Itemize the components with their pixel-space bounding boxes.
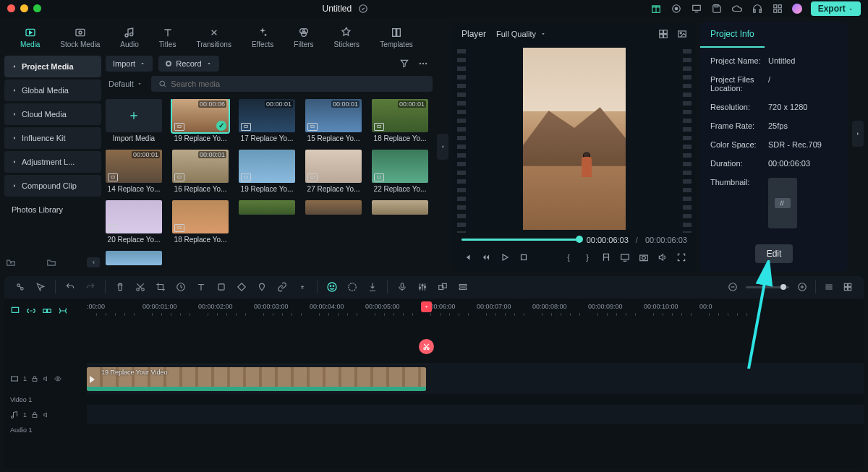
media-item[interactable] (106, 251, 162, 265)
brace-right-icon[interactable]: } (582, 252, 593, 263)
cloud-icon[interactable] (731, 3, 743, 14)
marker-icon[interactable] (600, 252, 612, 263)
nav-tab-media[interactable]: Media (20, 26, 40, 48)
fullscreen-icon[interactable] (676, 252, 687, 263)
timeline-opt-icon[interactable] (457, 281, 469, 293)
media-item[interactable]: 00:00:0117 Replace Yo... (239, 99, 295, 142)
cloud-sync-icon[interactable] (357, 3, 369, 14)
media-item[interactable]: 00:00:0116 Replace Yo... (172, 150, 229, 193)
redo-icon[interactable] (85, 281, 96, 293)
import-dropdown[interactable]: Import (106, 56, 153, 72)
mic-icon[interactable] (396, 281, 408, 293)
keyframe-icon[interactable] (236, 281, 247, 293)
media-item[interactable]: 27 Replace Yo... (305, 150, 362, 193)
media-item[interactable]: 18 Replace Yo... (172, 200, 229, 244)
sidebar-item-influence-kit[interactable]: Influence Kit (4, 127, 101, 149)
nav-tab-stock-media[interactable]: Stock Media (60, 26, 100, 48)
search-input[interactable] (171, 80, 425, 88)
media-item[interactable]: 19 Replace Yo... (239, 150, 295, 193)
sidebar-item-adjustment-layer[interactable]: Adjustment L... (4, 151, 101, 173)
snapshot-icon[interactable] (638, 252, 650, 263)
thumbnail-preview[interactable] (768, 178, 797, 228)
brace-left-icon[interactable]: { (563, 252, 574, 263)
right-expand-handle[interactable] (852, 121, 864, 147)
zoom-in-icon[interactable] (796, 281, 808, 293)
group-icon[interactable] (437, 281, 448, 293)
filter-icon[interactable] (399, 59, 409, 69)
marker2-icon[interactable] (367, 281, 378, 293)
apps-icon[interactable] (772, 3, 783, 14)
nav-tab-stickers[interactable]: Stickers (334, 26, 360, 48)
nav-tab-filters[interactable]: Filters (294, 26, 313, 48)
monitor-icon[interactable] (691, 3, 702, 14)
minimize-window-btn[interactable] (20, 4, 28, 12)
media-item[interactable]: 00:00:0115 Replace Yo... (305, 99, 362, 142)
mute-icon[interactable] (43, 375, 50, 382)
nav-tab-audio[interactable]: Audio (120, 26, 139, 48)
undo-icon[interactable] (64, 281, 76, 293)
left-collapse-handle[interactable] (437, 134, 448, 160)
step-back-icon[interactable] (480, 252, 492, 263)
image-icon[interactable] (677, 29, 687, 39)
link-icon[interactable] (276, 281, 288, 293)
mask-icon[interactable] (216, 281, 227, 293)
pointer-icon[interactable] (35, 281, 46, 293)
record-icon[interactable] (671, 3, 682, 14)
crop-icon[interactable] (155, 281, 166, 293)
prev-frame-icon[interactable] (461, 252, 473, 263)
grid-view-icon[interactable] (658, 29, 668, 39)
media-item[interactable] (372, 200, 428, 244)
maximize-window-btn[interactable] (33, 4, 41, 12)
zoom-out-icon[interactable] (727, 281, 739, 293)
nav-tab-templates[interactable]: Templates (380, 26, 413, 48)
export-button[interactable]: Export (811, 1, 861, 16)
gift-icon[interactable] (650, 3, 662, 14)
zoom-slider[interactable] (746, 286, 789, 288)
media-item[interactable]: 20 Replace Yo... (106, 200, 162, 244)
progress-bar[interactable] (461, 239, 579, 241)
sort-dropdown[interactable]: Default (106, 76, 145, 92)
render-icon[interactable] (346, 281, 358, 293)
sidebar-item-global-media[interactable]: Global Media (4, 80, 101, 101)
media-item[interactable]: 00:00:06✓19 Replace Yo... (172, 99, 229, 142)
play-icon[interactable] (499, 252, 511, 263)
preview-area[interactable] (457, 45, 692, 233)
new-folder-icon[interactable] (6, 257, 16, 267)
sidebar-item-photos-library[interactable]: Photos Library (4, 199, 101, 220)
speed-icon[interactable] (175, 281, 187, 293)
sidebar-item-cloud-media[interactable]: Cloud Media (4, 103, 101, 125)
user-avatar[interactable] (792, 4, 802, 14)
text-icon[interactable] (195, 281, 207, 293)
snap-icon[interactable] (42, 306, 52, 316)
folder-icon[interactable] (46, 257, 56, 267)
nav-tab-transitions[interactable]: Transitions (196, 26, 231, 48)
volume-icon[interactable] (657, 252, 668, 263)
ai-icon[interactable] (326, 281, 338, 293)
media-item[interactable] (305, 200, 362, 244)
audio-mix-icon[interactable] (417, 281, 428, 293)
video-clip[interactable]: 19 Replace Your Video (87, 367, 426, 391)
lock-icon[interactable] (31, 375, 38, 382)
record-button[interactable]: Record (158, 56, 218, 72)
nav-tab-effects[interactable]: Effects (252, 26, 273, 48)
tool-select-icon[interactable] (14, 281, 26, 293)
media-item[interactable]: 00:00:0114 Replace Yo... (106, 150, 162, 193)
headphones-icon[interactable] (752, 3, 763, 14)
edit-button[interactable]: Edit (755, 244, 793, 263)
media-item[interactable]: 22 Replace Yo... (372, 150, 428, 193)
delete-icon[interactable] (114, 281, 126, 293)
settings-icon[interactable] (842, 281, 854, 293)
close-window-btn[interactable] (7, 4, 15, 12)
project-info-tab[interactable]: Project Info (700, 22, 765, 48)
screen-icon[interactable] (619, 252, 631, 263)
ripple-icon[interactable] (58, 306, 68, 316)
sidebar-collapse-icon[interactable] (87, 257, 100, 267)
cut-icon[interactable] (135, 281, 146, 293)
stop-icon[interactable] (518, 252, 529, 263)
magnet-icon[interactable] (10, 306, 20, 316)
import-media-tile[interactable]: Import Media (106, 99, 162, 142)
sidebar-item-project-media[interactable]: Project Media (4, 56, 101, 77)
media-item[interactable]: 00:00:0118 Replace Yo... (372, 99, 428, 142)
cut-handle-icon[interactable] (419, 339, 434, 354)
save-icon[interactable] (711, 3, 723, 14)
